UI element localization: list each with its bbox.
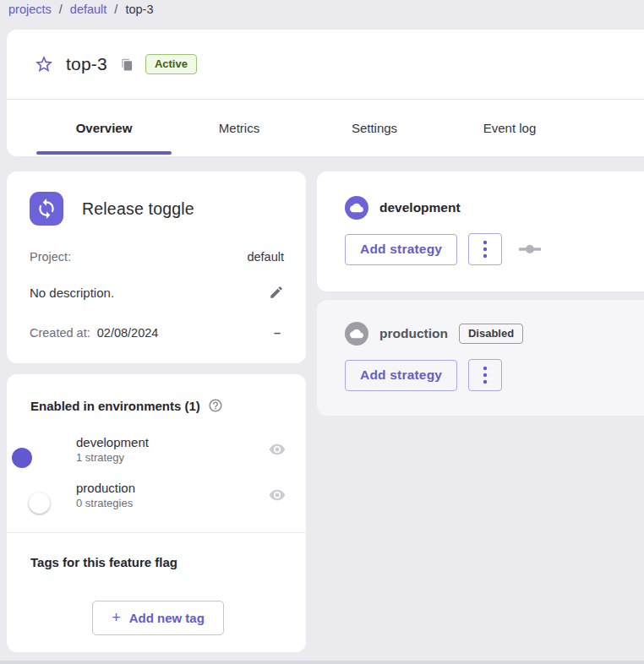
production-accordion-header[interactable]: production Disabled bbox=[345, 300, 644, 346]
env-strategy-count: 1 strategy bbox=[76, 451, 149, 464]
active-tab-indicator bbox=[36, 151, 172, 155]
favorite-star-icon[interactable] bbox=[34, 54, 54, 74]
tab-bar: Overview Metrics Settings Event log bbox=[7, 100, 644, 155]
strategy-marker-icon bbox=[519, 244, 541, 254]
production-environment-panel: production Disabled Add strategy bbox=[317, 300, 644, 416]
disabled-badge: Disabled bbox=[459, 324, 523, 344]
more-actions-kebab-button[interactable] bbox=[468, 233, 502, 265]
tab-overview[interactable]: Overview bbox=[36, 100, 172, 155]
tags-title: Tags for this feature flag bbox=[30, 555, 286, 569]
status-badge: Active bbox=[145, 54, 197, 74]
development-accordion-header[interactable]: development bbox=[345, 171, 644, 220]
environment-panel-name: development bbox=[379, 200, 461, 215]
add-new-tag-button[interactable]: + Add new tag bbox=[92, 601, 224, 635]
visibility-eye-icon[interactable] bbox=[269, 441, 286, 458]
more-actions-kebab-button[interactable] bbox=[468, 359, 502, 391]
bottom-divider bbox=[0, 661, 644, 664]
tags-section: Tags for this feature flag + Add new tag bbox=[7, 533, 306, 635]
add-strategy-button[interactable]: Add strategy bbox=[345, 234, 457, 265]
tab-settings[interactable]: Settings bbox=[307, 100, 442, 155]
project-value: default bbox=[247, 250, 284, 264]
copy-name-icon[interactable] bbox=[121, 58, 134, 71]
cloud-icon bbox=[345, 196, 368, 220]
development-environment-panel: development Add strategy bbox=[317, 171, 644, 291]
description-text: No description. bbox=[30, 286, 114, 300]
feature-title-row: top-3 Active bbox=[7, 30, 644, 100]
visibility-eye-icon[interactable] bbox=[269, 487, 286, 503]
breadcrumb-default[interactable]: default bbox=[70, 3, 107, 16]
flag-details-card: Release toggle Project: default No descr… bbox=[7, 171, 306, 363]
env-strategy-count: 0 strategies bbox=[76, 497, 135, 509]
created-at-value: 02/08/2024 bbox=[97, 326, 159, 340]
page-title: top-3 bbox=[66, 54, 107, 74]
add-new-tag-label: Add new tag bbox=[129, 611, 205, 625]
breadcrumb-projects[interactable]: projects bbox=[8, 3, 52, 16]
tab-event-log[interactable]: Event log bbox=[442, 100, 577, 155]
env-name: production bbox=[76, 481, 135, 495]
tab-metrics[interactable]: Metrics bbox=[172, 100, 307, 155]
env-name: development bbox=[76, 435, 149, 449]
edit-description-icon[interactable] bbox=[269, 285, 284, 300]
feature-header-card: top-3 Active Overview Metrics Settings E… bbox=[7, 30, 644, 156]
expiry-placeholder: – bbox=[274, 326, 284, 340]
flag-type-label: Release toggle bbox=[82, 199, 194, 219]
breadcrumb-current: top-3 bbox=[125, 3, 153, 16]
breadcrumb-separator: / bbox=[59, 3, 63, 16]
plus-icon: + bbox=[112, 609, 121, 627]
help-icon[interactable] bbox=[208, 398, 223, 413]
created-at-label: Created at: bbox=[30, 326, 90, 340]
env-row-production: production 0 strategies bbox=[30, 481, 286, 509]
breadcrumb-separator: / bbox=[114, 3, 117, 16]
release-toggle-icon bbox=[30, 192, 63, 226]
add-strategy-button[interactable]: Add strategy bbox=[345, 360, 457, 391]
cloud-icon bbox=[345, 322, 368, 346]
project-label: Project: bbox=[30, 250, 71, 264]
breadcrumb: projects / default / top-3 bbox=[8, 3, 153, 16]
environment-panel-name: production bbox=[379, 326, 448, 341]
environments-title: Enabled in environments (1) bbox=[30, 399, 200, 413]
env-row-development: development 1 strategy bbox=[30, 435, 286, 464]
environments-card: Enabled in environments (1) development … bbox=[7, 374, 306, 652]
